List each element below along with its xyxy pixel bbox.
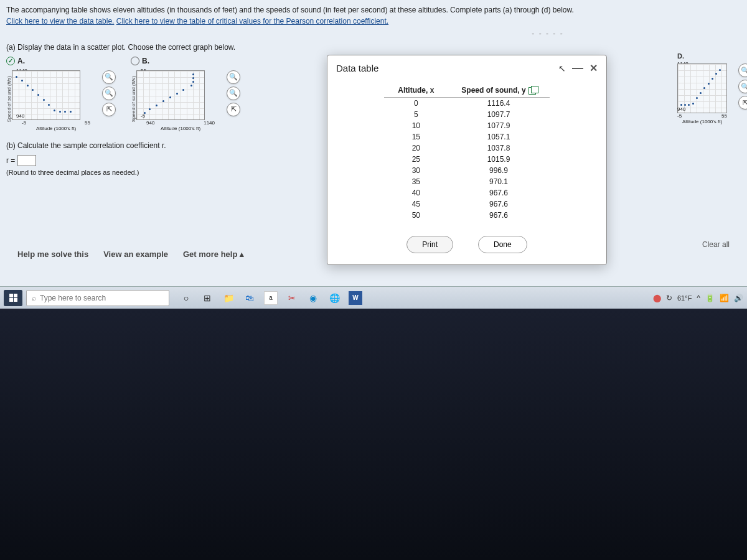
search-icon: ⌕ (32, 294, 36, 302)
data-table-modal: Data table ↖ — ✕ Altitude, x Speed of so… (327, 55, 607, 265)
col-altitude: Altitude, x (384, 83, 448, 98)
explorer-icon[interactable]: 📁 (222, 291, 235, 305)
radio-a-checked-icon: ✓ (6, 57, 15, 65)
view-example-link[interactable]: View an example (103, 250, 168, 259)
chrome-icon[interactable]: 🌐 (327, 291, 341, 305)
clear-all-link[interactable]: Clear all (702, 240, 730, 249)
problem-intro: The accompanying table shows eleven alti… (6, 5, 741, 16)
plot-b-area (136, 70, 205, 120)
scatter-plot-b: Speed of sound (ft/s) 55 (131, 68, 218, 130)
data-table: Altitude, x Speed of sound, y 01116.4510… (384, 83, 549, 221)
weather-icon[interactable]: ⬤ (653, 294, 661, 302)
copy-icon[interactable] (529, 87, 536, 95)
option-b[interactable]: B. Speed of sound (ft/s) 55 (131, 57, 218, 130)
option-d[interactable]: D. 1140 940 -5 (677, 61, 745, 123)
table-row: 35970.1 (384, 176, 549, 187)
table-row: 151057.1 (384, 131, 549, 142)
radio-b-empty-icon (131, 57, 139, 65)
cursor-icon: ↖ (558, 63, 566, 73)
close-icon[interactable]: ✕ (590, 62, 598, 74)
table-row: 51097.7 (384, 109, 549, 120)
get-more-help-link[interactable]: Get more help ▴ (183, 250, 244, 259)
homework-panel: The accompanying table shows eleven alti… (0, 0, 747, 286)
scatter-plot-d: 1140 940 -5 55 (677, 61, 740, 123)
zoom-out-icon[interactable]: 🔍 (738, 80, 747, 93)
table-row: 201037.8 (384, 142, 549, 154)
zoom-in-icon[interactable]: 🔍 (227, 70, 240, 84)
edge-icon[interactable]: ◉ (306, 291, 320, 305)
popout-icon[interactable]: ⇱ (227, 103, 240, 116)
col-speed: Speed of sound, y (448, 83, 549, 98)
word-icon[interactable]: W (349, 291, 362, 305)
link-critical-values[interactable]: Click here to view the table of critical… (116, 17, 388, 26)
store-icon[interactable]: 🛍 (243, 291, 256, 305)
plot-a-area (12, 70, 80, 120)
table-row: 01116.4 (384, 98, 549, 110)
popout-icon[interactable]: ⇱ (738, 96, 747, 110)
r-equals-label: r = (6, 156, 15, 165)
chevron-up-icon[interactable]: ^ (697, 294, 700, 302)
r-input[interactable] (17, 155, 36, 166)
cortana-icon[interactable]: ○ (179, 291, 193, 305)
option-a-label: A. (17, 57, 25, 65)
plot-d-area (677, 63, 727, 113)
windows-logo-icon (9, 294, 17, 302)
plot-b-ylabel: Speed of sound (ft/s) (131, 76, 136, 122)
temperature-text: 61°F (677, 294, 692, 302)
table-row: 30996.9 (384, 165, 549, 176)
section-separator: - - - - - (181, 29, 747, 38)
windows-taskbar: ⌕ Type here to search ○ ⊞ 📁 🛍 a ✂ ◉ 🌐 W … (0, 286, 747, 309)
taskbar-search[interactable]: ⌕ Type here to search (26, 290, 169, 306)
laptop-keyboard-area (0, 309, 747, 560)
modal-title: Data table (336, 63, 378, 73)
snip-icon[interactable]: ✂ (285, 291, 299, 305)
sync-icon[interactable]: ↻ (666, 294, 672, 302)
table-row: 45967.6 (384, 198, 549, 210)
wifi-icon[interactable]: 📶 (720, 294, 729, 302)
table-row: 40967.6 (384, 187, 549, 198)
battery-icon[interactable]: 🔋 (705, 294, 715, 302)
popout-icon[interactable]: ⇱ (102, 103, 116, 116)
print-button[interactable]: Print (406, 236, 453, 253)
done-button[interactable]: Done (478, 236, 527, 253)
scatter-plot-a: Speed of sound (ft/s) 1140 (6, 68, 93, 130)
plot-a-ylabel: Speed of sound (ft/s) (6, 76, 12, 122)
option-b-label: B. (142, 57, 149, 65)
zoom-out-icon[interactable]: 🔍 (102, 86, 116, 100)
table-row: 101077.9 (384, 120, 549, 131)
app-a-icon[interactable]: a (264, 291, 278, 305)
help-solve-link[interactable]: Help me solve this (17, 250, 88, 259)
task-view-icon[interactable]: ⊞ (200, 291, 214, 305)
table-row: 50967.6 (384, 210, 549, 221)
volume-icon[interactable]: 🔊 (734, 294, 743, 302)
zoom-in-icon[interactable]: 🔍 (102, 70, 116, 84)
start-button[interactable] (4, 290, 22, 306)
option-a[interactable]: ✓ A. Speed of sound (ft/s) 1140 (6, 57, 93, 130)
link-data-table[interactable]: Click here to view the data table. (6, 17, 114, 26)
zoom-out-icon[interactable]: 🔍 (227, 86, 240, 100)
zoom-in-icon[interactable]: 🔍 (738, 63, 747, 77)
minimize-icon[interactable]: — (572, 62, 583, 75)
part-a-prompt: (a) Display the data in a scatter plot. … (6, 43, 741, 52)
table-row: 251015.9 (384, 154, 549, 165)
